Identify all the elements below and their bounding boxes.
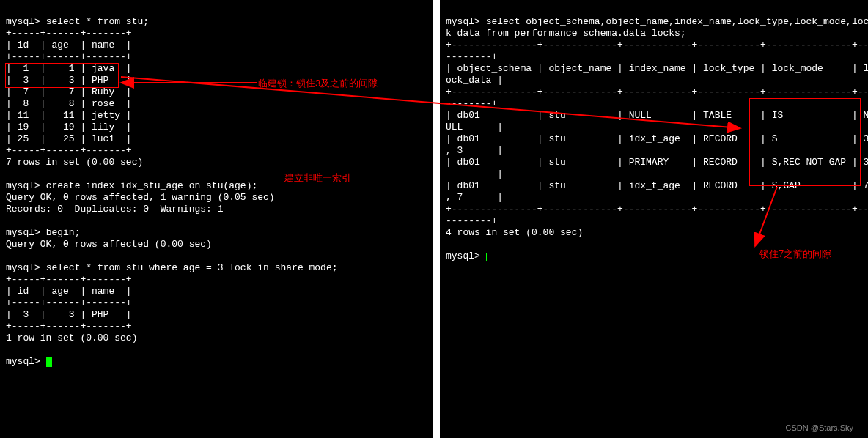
- prompt: mysql>: [446, 16, 480, 27]
- table-sep-cont: --------+: [446, 215, 497, 226]
- prompt: mysql>: [6, 227, 40, 238]
- table-header: | object_schema | object_name | index_na…: [446, 63, 868, 74]
- table-row-cont: |: [446, 168, 503, 179]
- result-summary: 1 row in set (0.00 sec): [6, 333, 137, 344]
- highlight-box: [749, 98, 861, 186]
- table-sep: +---------------+-------------+---------…: [446, 204, 868, 215]
- table-row: | 19 | 19 | lily |: [6, 122, 132, 133]
- right-terminal[interactable]: mysql> select object_schema,object_name,…: [440, 0, 868, 438]
- prompt: mysql>: [6, 262, 40, 273]
- table-sep: +---------------+-------------+---------…: [446, 40, 868, 51]
- table-row: | 25 | 25 | luci |: [6, 133, 132, 144]
- table-sep: +-----+------+-------+: [6, 274, 132, 285]
- sql-query: select * from stu;: [46, 16, 149, 27]
- table-header: | id | age | name |: [6, 40, 132, 51]
- cursor-icon: [46, 357, 52, 367]
- result-summary: 7 rows in set (0.00 sec): [6, 157, 143, 168]
- table-sep: +-----+------+-------+: [6, 28, 132, 39]
- table-sep-cont: --------+: [446, 51, 497, 62]
- prompt: mysql>: [6, 180, 40, 191]
- prompt: mysql>: [6, 16, 40, 27]
- table-row: | 11 | 11 | jetty |: [6, 110, 132, 121]
- prompt: mysql>: [6, 356, 40, 367]
- pane-divider[interactable]: [433, 0, 440, 438]
- table-sep: +-----+------+-------+: [6, 321, 132, 332]
- prompt: mysql>: [446, 250, 480, 261]
- watermark: CSDN @Stars.Sky: [786, 422, 853, 434]
- annotation-label: 建立非唯一索引: [284, 172, 351, 184]
- cursor-icon: [486, 253, 490, 261]
- table-sep: +---------------+-------------+---------…: [446, 86, 868, 97]
- table-row: | 8 | 8 | rose |: [6, 98, 132, 109]
- table-header: | id | age | name |: [6, 286, 132, 297]
- result-line: Query OK, 0 rows affected, 1 warning (0.…: [6, 192, 275, 203]
- table-header-cont: ock_data |: [446, 75, 503, 86]
- table-sep-cont: --------+: [446, 98, 497, 109]
- sql-query-cont: k_data from performance_schema.data_lock…: [446, 28, 686, 39]
- annotation-label: 临建锁：锁住3及之前的间隙: [258, 78, 378, 89]
- sql-query: create index idx_stu_age on stu(age);: [46, 180, 258, 191]
- sql-query: select * from stu where age = 3 lock in …: [46, 262, 338, 273]
- result-line: Records: 0 Duplicates: 0 Warnings: 1: [6, 204, 223, 215]
- table-row: | 7 | 7 | Ruby |: [6, 86, 132, 97]
- table-sep: +-----+------+-------+: [6, 145, 132, 156]
- highlight-box: [5, 63, 119, 88]
- sql-query: begin;: [46, 227, 81, 238]
- table-sep: +-----+------+-------+: [6, 51, 132, 62]
- table-row-cont: , 7 |: [446, 192, 503, 203]
- result-summary: 4 rows in set (0.00 sec): [446, 227, 583, 238]
- sql-query: select object_schema,object_name,index_n…: [486, 16, 868, 27]
- table-row-cont: , 3 |: [446, 145, 503, 156]
- table-row-cont: ULL |: [446, 122, 503, 133]
- table-sep: +-----+------+-------+: [6, 297, 132, 308]
- annotation-label: 锁住7之前的间隙: [760, 248, 831, 260]
- table-row: | 3 | 3 | PHP |: [6, 309, 132, 320]
- result-line: Query OK, 0 rows affected (0.00 sec): [6, 239, 212, 250]
